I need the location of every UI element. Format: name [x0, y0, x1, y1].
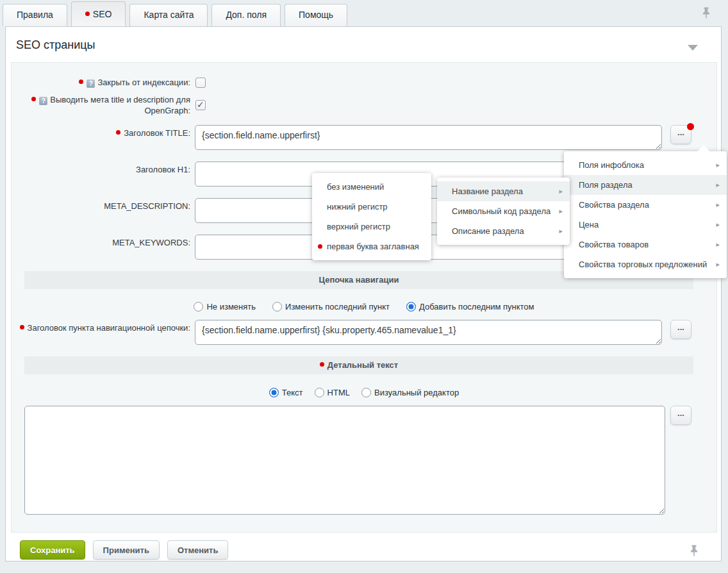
placeholder-menu-level1: Поля инфоблока▸ Поля раздела▸ Свойства р… [564, 151, 727, 278]
label-text: Заголовок TITLE: [124, 128, 190, 138]
menu-item-lowercase[interactable]: нижний регистр [312, 197, 431, 217]
section-title: Цепочка навигации [319, 275, 399, 285]
menu-item-label: Цена [579, 220, 599, 229]
tab-rules[interactable]: Правила [3, 4, 67, 26]
nav-chain-mode-radios: Не изменять Изменить последний пункт Доб… [12, 301, 716, 312]
menu-item-sku-properties[interactable]: Свойства торговых предложений▸ [564, 254, 727, 274]
required-dot-icon [320, 362, 324, 367]
submenu-arrow-icon: ▸ [716, 235, 720, 254]
menu-item-section-fields[interactable]: Поля раздела▸ [564, 175, 727, 195]
tab-seo[interactable]: SEO [71, 1, 126, 26]
menu-item-section-properties[interactable]: Свойства раздела▸ [564, 195, 727, 215]
radio-label: Текст [282, 388, 303, 397]
menu-item-section-name[interactable]: Название раздела▸ [437, 181, 570, 201]
menu-item-label: нижний регистр [327, 202, 388, 212]
detail-text-more-button[interactable]: ... [670, 406, 691, 425]
page-title: SEO страницы [16, 38, 95, 52]
detail-text-input[interactable] [24, 406, 665, 515]
row-close-indexing: ?Закрыть от индексации: [12, 77, 716, 88]
radio-label: Визуальный редактор [374, 388, 459, 397]
menu-item-no-change-case[interactable]: без изменений [312, 177, 431, 197]
menu-item-uppercase[interactable]: верхний регистр [312, 217, 431, 237]
required-dot-icon [20, 325, 24, 329]
more-dots: ... [677, 408, 684, 418]
tab-label: Карта сайта [144, 10, 194, 20]
collapse-chevron-icon[interactable] [688, 45, 698, 51]
menu-item-label: Название раздела [452, 187, 523, 196]
selected-dot-icon [318, 244, 322, 249]
more-dots: ... [677, 128, 684, 137]
radio-change-last[interactable]: Изменить последний пункт [272, 302, 390, 311]
radio-icon [361, 388, 371, 397]
nav-chain-title-input[interactable]: {section.field.name.upperfirst} {sku.pro… [195, 320, 662, 345]
submenu-arrow-icon: ▸ [559, 181, 563, 201]
row-title: Заголовок TITLE: {section.field.name.upp… [12, 125, 716, 150]
menu-item-section-description[interactable]: Описание раздела▸ [437, 221, 570, 241]
help-icon[interactable]: ? [39, 97, 47, 105]
radio-label: Добавить последним пунктом [419, 302, 534, 311]
menu-item-label: Описание раздела [452, 226, 524, 236]
submenu-arrow-icon: ▸ [716, 215, 720, 235]
nav-chain-more-button[interactable]: ... [670, 320, 691, 339]
pin-icon[interactable] [689, 544, 699, 557]
menu-item-price[interactable]: Цена▸ [564, 215, 727, 235]
label-text: META_KEYWORDS: [112, 238, 190, 247]
radio-label: Не изменять [206, 302, 256, 311]
submenu-arrow-icon: ▸ [559, 221, 563, 241]
radio-icon [315, 388, 324, 397]
tab-sitemap[interactable]: Карта сайта [129, 4, 208, 26]
save-button[interactable]: Сохранить [20, 540, 85, 560]
close-indexing-checkbox[interactable] [195, 78, 206, 88]
seo-panel: SEO страницы ?Закрыть от индексации: ?Вы… [5, 26, 722, 561]
pin-icon[interactable] [701, 6, 711, 19]
radio-html-mode[interactable]: HTML [315, 388, 350, 397]
tab-label: Помощь [299, 10, 333, 20]
radio-add-last[interactable]: Добавить последним пунктом [406, 302, 534, 311]
placeholder-menu-level3: без изменений нижний регистр верхний рег… [312, 173, 431, 260]
section-title: Детальный текст [327, 360, 398, 370]
cancel-button[interactable]: Отменить [167, 540, 229, 560]
required-dot-icon [79, 79, 83, 84]
radio-text-mode[interactable]: Текст [269, 388, 303, 397]
radio-label: Изменить последний пункт [285, 302, 390, 311]
menu-item-upperfirst[interactable]: первая буква заглавная [312, 237, 431, 256]
more-dots: ... [677, 322, 684, 332]
row-nav-chain-title: Заголовок пункта навигационной цепочки: … [12, 320, 716, 345]
label-text: Закрыть от индексации: [97, 78, 190, 87]
modified-dot-icon [85, 12, 90, 16]
field-label: ?Закрыть от индексации: [12, 77, 190, 88]
radio-label: HTML [327, 388, 350, 397]
label-text: Выводить мета title и description для Op… [50, 95, 190, 115]
page: Правила SEO Карта сайта Доп. поля Помощь… [0, 0, 728, 573]
tab-label: SEO [93, 9, 112, 19]
tab-label: Правила [17, 10, 53, 20]
submenu-arrow-icon: ▸ [716, 254, 720, 274]
tab-help[interactable]: Помощь [285, 4, 347, 26]
title-input[interactable]: {section.field.name.upperfirst} [195, 125, 662, 150]
submenu-arrow-icon: ▸ [716, 195, 720, 215]
menu-pointer [698, 145, 709, 151]
radio-visual-editor-mode[interactable]: Визуальный редактор [361, 388, 459, 397]
opengraph-checkbox[interactable]: ✓ [195, 100, 206, 110]
row-opengraph: ?Выводить мета title и description для O… [12, 94, 716, 116]
required-dot-icon [31, 97, 36, 101]
radio-no-change[interactable]: Не изменять [194, 302, 256, 311]
menu-item-section-code[interactable]: Символьный код раздела▸ [437, 201, 570, 221]
menu-item-infoblock-fields[interactable]: Поля инфоблока▸ [564, 155, 727, 175]
menu-item-label: Свойства товаров [579, 240, 649, 249]
title-more-button[interactable]: ... [670, 125, 691, 144]
apply-button[interactable]: Применить [93, 540, 160, 560]
section-header-detail-text: Детальный текст [24, 356, 693, 374]
footer-buttons: Сохранить Применить Отменить [20, 540, 228, 560]
menu-item-label: верхний регистр [327, 222, 390, 231]
label-text: Заголовок H1: [136, 165, 190, 174]
help-icon[interactable]: ? [87, 79, 95, 88]
menu-item-label: Поля раздела [579, 180, 633, 190]
tab-extra-fields[interactable]: Доп. поля [211, 4, 281, 26]
menu-item-label: Символьный код раздела [452, 206, 550, 216]
field-label: Заголовок пункта навигационной цепочки: [12, 320, 190, 345]
menu-item-label: Свойства торговых предложений [579, 260, 707, 269]
menu-item-label: Поля инфоблока [579, 160, 644, 170]
menu-item-product-properties[interactable]: Свойства товаров▸ [564, 235, 727, 254]
submenu-arrow-icon: ▸ [716, 155, 720, 175]
